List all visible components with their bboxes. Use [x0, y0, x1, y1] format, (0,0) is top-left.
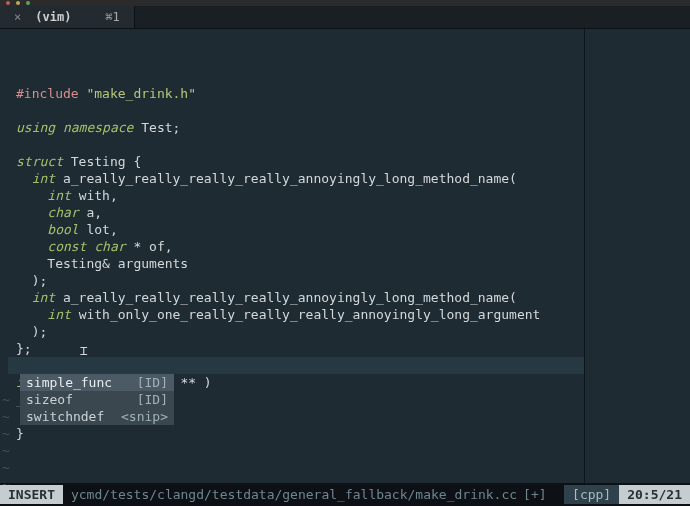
tab-vim[interactable]: × (vim) ⌘1 [0, 6, 135, 28]
completion-kind: [ID] [137, 391, 168, 408]
tab-name: (vim) [35, 10, 71, 24]
code-line[interactable]: bool lot, [16, 221, 576, 238]
completion-label: simple_func [26, 374, 112, 391]
editor[interactable]: ~~~~~~~~ #include "make_drink.h"using na… [0, 29, 690, 483]
mode-indicator: INSERT [0, 485, 63, 504]
code-line[interactable]: ); [16, 323, 576, 340]
empty-line-tilde: ~ [0, 391, 8, 408]
gutter: ~~~~~~~~ [0, 29, 8, 483]
code-line[interactable]: struct Testing { [16, 153, 576, 170]
empty-line-tilde: ~ [0, 459, 8, 476]
completion-item[interactable]: sizeof[ID] [20, 391, 174, 408]
code-line[interactable]: ); [16, 272, 576, 289]
code-line[interactable]: }; [16, 340, 576, 357]
code-line[interactable]: int with, [16, 187, 576, 204]
completion-label: switchndef [26, 408, 104, 425]
code-line[interactable]: #include "make_drink.h" [16, 85, 576, 102]
traffic-light-close[interactable] [6, 1, 10, 5]
code-line[interactable]: int a_really_really_really_really_annoyi… [16, 170, 576, 187]
code-line[interactable]: Testing& arguments [16, 255, 576, 272]
traffic-light-minimize[interactable] [16, 1, 20, 5]
code-line[interactable]: const char * of, [16, 238, 576, 255]
code-area[interactable]: #include "make_drink.h"using namespace T… [8, 29, 584, 483]
completion-item[interactable]: simple_func[ID] [20, 374, 174, 391]
close-icon[interactable]: × [14, 10, 21, 24]
completion-kind: [ID] [137, 374, 168, 391]
tab-bar: × (vim) ⌘1 [0, 6, 690, 29]
empty-line-tilde: ~ [0, 425, 8, 442]
code-line[interactable] [16, 136, 576, 153]
code-line[interactable]: int with_only_one_really_really_really_a… [16, 306, 576, 323]
completion-kind: <snip> [121, 408, 168, 425]
file-path: ycmd/tests/clangd/testdata/general_fallb… [71, 487, 517, 502]
code-line[interactable] [16, 357, 576, 374]
empty-line-tilde: ~ [0, 442, 8, 459]
code-line[interactable]: int a_really_really_really_really_annoyi… [16, 289, 576, 306]
code-line[interactable]: using namespace Test; [16, 119, 576, 136]
code-line[interactable] [16, 102, 576, 119]
empty-line-tilde: ~ [0, 408, 8, 425]
code-line[interactable]: } [16, 425, 576, 442]
completion-label: sizeof [26, 391, 73, 408]
modified-flag: [+] [523, 487, 546, 502]
cursor-position: 20:5/21 [619, 485, 690, 504]
tab-shortcut: ⌘1 [105, 10, 119, 24]
completion-item[interactable]: switchndef<snip> [20, 408, 174, 425]
traffic-light-zoom[interactable] [26, 1, 30, 5]
right-pane [585, 29, 690, 483]
status-bar: INSERT ycmd/tests/clangd/testdata/genera… [0, 483, 690, 506]
completion-popup[interactable]: simple_func[ID]sizeof[ID]switchndef<snip… [20, 374, 174, 425]
filetype-indicator: [cpp] [564, 485, 619, 504]
code-line[interactable]: char a, [16, 204, 576, 221]
